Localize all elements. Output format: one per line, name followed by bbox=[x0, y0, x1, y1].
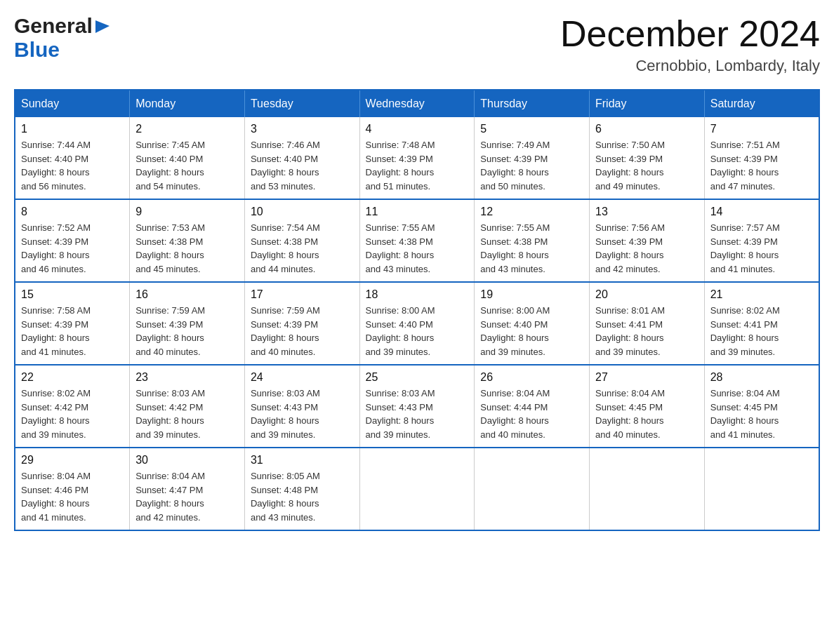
calendar-cell: 30 Sunrise: 8:04 AM Sunset: 4:47 PM Dayl… bbox=[130, 448, 245, 530]
day-info: Sunrise: 8:03 AM Sunset: 4:43 PM Dayligh… bbox=[251, 387, 354, 441]
col-monday: Monday bbox=[130, 90, 245, 117]
day-number: 9 bbox=[135, 206, 239, 218]
calendar-cell: 14 Sunrise: 7:57 AM Sunset: 4:39 PM Dayl… bbox=[704, 199, 819, 282]
logo: General Blue bbox=[14, 14, 110, 62]
day-info: Sunrise: 8:02 AM Sunset: 4:42 PM Dayligh… bbox=[21, 387, 124, 441]
day-info: Sunrise: 7:55 AM Sunset: 4:38 PM Dayligh… bbox=[366, 221, 469, 276]
day-info: Sunrise: 8:04 AM Sunset: 4:47 PM Dayligh… bbox=[135, 469, 239, 524]
day-number: 30 bbox=[135, 454, 239, 467]
calendar-cell: 13 Sunrise: 7:56 AM Sunset: 4:39 PM Dayl… bbox=[590, 199, 705, 282]
day-number: 20 bbox=[595, 288, 699, 301]
logo-triangle-icon bbox=[95, 20, 110, 33]
calendar-cell: 24 Sunrise: 8:03 AM Sunset: 4:43 PM Dayl… bbox=[244, 365, 359, 448]
day-info: Sunrise: 8:00 AM Sunset: 4:40 PM Dayligh… bbox=[366, 304, 469, 358]
title-block: December 2024 Cernobbio, Lombardy, Italy bbox=[560, 14, 820, 75]
calendar-cell: 29 Sunrise: 8:04 AM Sunset: 4:46 PM Dayl… bbox=[15, 448, 130, 530]
col-wednesday: Wednesday bbox=[359, 90, 475, 117]
calendar-cell: 27 Sunrise: 8:04 AM Sunset: 4:45 PM Dayl… bbox=[590, 365, 705, 448]
day-info: Sunrise: 7:51 AM Sunset: 4:39 PM Dayligh… bbox=[710, 138, 813, 193]
calendar-cell: 22 Sunrise: 8:02 AM Sunset: 4:42 PM Dayl… bbox=[15, 365, 130, 448]
calendar-cell: 17 Sunrise: 7:59 AM Sunset: 4:39 PM Dayl… bbox=[244, 282, 359, 365]
calendar-cell: 6 Sunrise: 7:50 AM Sunset: 4:39 PM Dayli… bbox=[590, 117, 705, 199]
day-info: Sunrise: 8:05 AM Sunset: 4:48 PM Dayligh… bbox=[251, 469, 354, 524]
page-header: General Blue December 2024 Cernobbio, Lo… bbox=[14, 14, 820, 75]
calendar-week-5: 29 Sunrise: 8:04 AM Sunset: 4:46 PM Dayl… bbox=[15, 448, 819, 530]
calendar-cell: 25 Sunrise: 8:03 AM Sunset: 4:43 PM Dayl… bbox=[359, 365, 475, 448]
calendar-cell: 28 Sunrise: 8:04 AM Sunset: 4:45 PM Dayl… bbox=[704, 365, 819, 448]
day-info: Sunrise: 8:01 AM Sunset: 4:41 PM Dayligh… bbox=[595, 304, 699, 358]
calendar-cell: 23 Sunrise: 8:03 AM Sunset: 4:42 PM Dayl… bbox=[130, 365, 245, 448]
day-number: 1 bbox=[21, 123, 124, 135]
day-number: 2 bbox=[135, 123, 239, 135]
day-number: 3 bbox=[251, 123, 354, 135]
calendar-cell: 11 Sunrise: 7:55 AM Sunset: 4:38 PM Dayl… bbox=[359, 199, 475, 282]
day-number: 26 bbox=[480, 371, 583, 384]
calendar-week-2: 8 Sunrise: 7:52 AM Sunset: 4:39 PM Dayli… bbox=[15, 199, 819, 282]
day-info: Sunrise: 7:59 AM Sunset: 4:39 PM Dayligh… bbox=[135, 304, 239, 358]
calendar-week-4: 22 Sunrise: 8:02 AM Sunset: 4:42 PM Dayl… bbox=[15, 365, 819, 448]
day-info: Sunrise: 7:58 AM Sunset: 4:39 PM Dayligh… bbox=[21, 304, 124, 358]
calendar-cell: 15 Sunrise: 7:58 AM Sunset: 4:39 PM Dayl… bbox=[15, 282, 130, 365]
day-info: Sunrise: 8:04 AM Sunset: 4:45 PM Dayligh… bbox=[595, 387, 699, 441]
day-number: 27 bbox=[595, 371, 699, 384]
calendar-cell: 1 Sunrise: 7:44 AM Sunset: 4:40 PM Dayli… bbox=[15, 117, 130, 199]
day-info: Sunrise: 7:49 AM Sunset: 4:39 PM Dayligh… bbox=[480, 138, 583, 193]
day-info: Sunrise: 8:00 AM Sunset: 4:40 PM Dayligh… bbox=[480, 304, 583, 358]
day-info: Sunrise: 7:59 AM Sunset: 4:39 PM Dayligh… bbox=[251, 304, 354, 358]
day-info: Sunrise: 8:02 AM Sunset: 4:41 PM Dayligh… bbox=[710, 304, 813, 358]
day-info: Sunrise: 8:04 AM Sunset: 4:46 PM Dayligh… bbox=[21, 469, 124, 524]
day-number: 29 bbox=[21, 454, 124, 467]
calendar-cell: 8 Sunrise: 7:52 AM Sunset: 4:39 PM Dayli… bbox=[15, 199, 130, 282]
day-info: Sunrise: 7:46 AM Sunset: 4:40 PM Dayligh… bbox=[251, 138, 354, 193]
calendar-cell: 10 Sunrise: 7:54 AM Sunset: 4:38 PM Dayl… bbox=[244, 199, 359, 282]
day-number: 10 bbox=[251, 206, 354, 218]
calendar-cell: 19 Sunrise: 8:00 AM Sunset: 4:40 PM Dayl… bbox=[475, 282, 590, 365]
day-info: Sunrise: 7:52 AM Sunset: 4:39 PM Dayligh… bbox=[21, 221, 124, 276]
calendar-cell bbox=[590, 448, 705, 530]
calendar-week-1: 1 Sunrise: 7:44 AM Sunset: 4:40 PM Dayli… bbox=[15, 117, 819, 199]
day-info: Sunrise: 7:44 AM Sunset: 4:40 PM Dayligh… bbox=[21, 138, 124, 193]
day-info: Sunrise: 7:55 AM Sunset: 4:38 PM Dayligh… bbox=[480, 221, 583, 276]
col-sunday: Sunday bbox=[15, 90, 130, 117]
day-number: 21 bbox=[710, 288, 813, 301]
calendar-cell bbox=[704, 448, 819, 530]
day-info: Sunrise: 7:50 AM Sunset: 4:39 PM Dayligh… bbox=[595, 138, 699, 193]
day-number: 8 bbox=[21, 206, 124, 218]
calendar-cell: 5 Sunrise: 7:49 AM Sunset: 4:39 PM Dayli… bbox=[475, 117, 590, 199]
col-friday: Friday bbox=[590, 90, 705, 117]
calendar-cell: 12 Sunrise: 7:55 AM Sunset: 4:38 PM Dayl… bbox=[475, 199, 590, 282]
day-number: 28 bbox=[710, 371, 813, 384]
day-number: 15 bbox=[21, 288, 124, 301]
svg-marker-0 bbox=[95, 20, 110, 33]
calendar-cell: 26 Sunrise: 8:04 AM Sunset: 4:44 PM Dayl… bbox=[475, 365, 590, 448]
calendar-cell bbox=[359, 448, 475, 530]
logo-blue-text: Blue bbox=[14, 38, 60, 61]
calendar-cell bbox=[475, 448, 590, 530]
day-info: Sunrise: 7:45 AM Sunset: 4:40 PM Dayligh… bbox=[135, 138, 239, 193]
location-subtitle: Cernobbio, Lombardy, Italy bbox=[560, 57, 820, 75]
day-info: Sunrise: 7:48 AM Sunset: 4:39 PM Dayligh… bbox=[366, 138, 469, 193]
col-thursday: Thursday bbox=[475, 90, 590, 117]
day-number: 5 bbox=[480, 123, 583, 135]
day-info: Sunrise: 8:03 AM Sunset: 4:43 PM Dayligh… bbox=[366, 387, 469, 441]
calendar-header-row: Sunday Monday Tuesday Wednesday Thursday… bbox=[15, 90, 819, 117]
day-number: 23 bbox=[135, 371, 239, 384]
col-tuesday: Tuesday bbox=[244, 90, 359, 117]
day-info: Sunrise: 8:04 AM Sunset: 4:44 PM Dayligh… bbox=[480, 387, 583, 441]
calendar-cell: 20 Sunrise: 8:01 AM Sunset: 4:41 PM Dayl… bbox=[590, 282, 705, 365]
day-number: 11 bbox=[366, 206, 469, 218]
calendar-cell: 18 Sunrise: 8:00 AM Sunset: 4:40 PM Dayl… bbox=[359, 282, 475, 365]
logo-general-text: General bbox=[14, 14, 93, 38]
day-number: 24 bbox=[251, 371, 354, 384]
day-info: Sunrise: 7:53 AM Sunset: 4:38 PM Dayligh… bbox=[135, 221, 239, 276]
day-number: 13 bbox=[595, 206, 699, 218]
day-number: 6 bbox=[595, 123, 699, 135]
calendar-cell: 7 Sunrise: 7:51 AM Sunset: 4:39 PM Dayli… bbox=[704, 117, 819, 199]
month-title: December 2024 bbox=[560, 14, 820, 54]
calendar-cell: 2 Sunrise: 7:45 AM Sunset: 4:40 PM Dayli… bbox=[130, 117, 245, 199]
day-number: 25 bbox=[366, 371, 469, 384]
day-number: 14 bbox=[710, 206, 813, 218]
calendar-cell: 9 Sunrise: 7:53 AM Sunset: 4:38 PM Dayli… bbox=[130, 199, 245, 282]
day-info: Sunrise: 7:56 AM Sunset: 4:39 PM Dayligh… bbox=[595, 221, 699, 276]
calendar-cell: 16 Sunrise: 7:59 AM Sunset: 4:39 PM Dayl… bbox=[130, 282, 245, 365]
